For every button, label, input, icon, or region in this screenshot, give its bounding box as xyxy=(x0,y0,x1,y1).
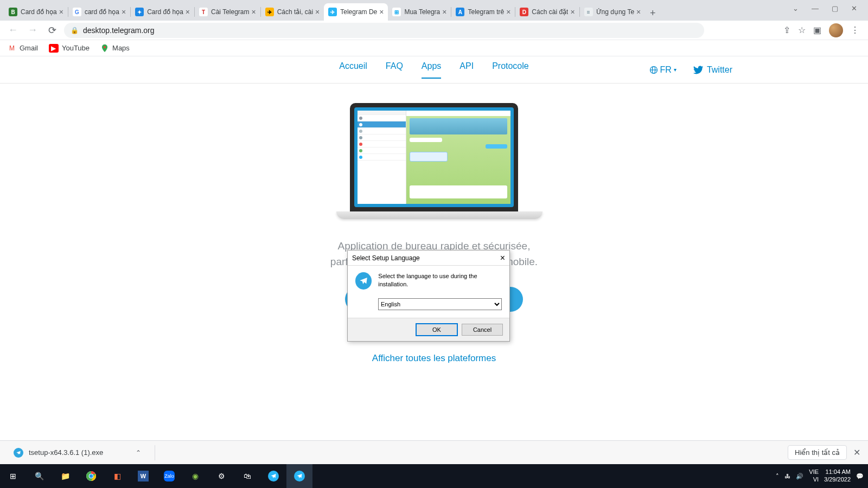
word-icon: W xyxy=(138,471,149,481)
tab-close-icon[interactable]: × xyxy=(442,8,446,16)
telegram-icon xyxy=(294,471,305,481)
app-button-2[interactable]: ◉ xyxy=(182,464,208,488)
twitter-link[interactable]: Twitter xyxy=(693,65,732,75)
divider xyxy=(155,445,155,460)
browser-tab[interactable]: Gcard đồ họa× xyxy=(68,3,130,21)
close-shelf-icon[interactable]: ✕ xyxy=(853,447,860,458)
bookmark-gmail[interactable]: M Gmail xyxy=(8,44,38,53)
browser-tab[interactable]: ≡Ứng dụng Te× xyxy=(580,3,646,21)
platforms-link[interactable]: Afficher toutes les plateformes xyxy=(0,353,868,364)
browser-tab[interactable]: BCard đồ họa× xyxy=(4,3,68,21)
browser-tab[interactable]: ✈Telegram De× xyxy=(324,3,388,21)
window-maximize-icon[interactable]: ▢ xyxy=(832,4,838,12)
zalo-icon: Zalo xyxy=(164,471,175,481)
store-icon: 🛍 xyxy=(241,470,253,482)
system-tray[interactable]: ˄ 🖧 🔊 VIE VI 11:04 AM 3/29/2022 💬 xyxy=(776,468,868,484)
cancel-button[interactable]: Cancel xyxy=(462,324,503,336)
start-button[interactable]: ⊞ xyxy=(0,464,26,488)
tab-close-icon[interactable]: × xyxy=(379,8,384,16)
settings-button[interactable]: ⚙ xyxy=(208,464,234,488)
favicon: T xyxy=(199,8,208,16)
tab-title: Card đồ họa xyxy=(21,8,57,16)
forward-button[interactable]: → xyxy=(25,23,40,38)
nav-apps[interactable]: Apps xyxy=(422,61,441,79)
tab-close-icon[interactable]: × xyxy=(506,8,510,16)
favicon: ≡ xyxy=(584,8,593,16)
ok-button[interactable]: OK xyxy=(416,324,457,336)
language-switcher[interactable]: FR ▾ xyxy=(649,65,676,75)
tab-close-icon[interactable]: × xyxy=(636,8,641,16)
app-icon: ◧ xyxy=(111,470,123,482)
download-item[interactable]: tsetup-x64.3.6.1 (1).exe ⌃ xyxy=(8,445,147,460)
tab-close-icon[interactable]: × xyxy=(59,8,63,16)
notifications-icon[interactable]: 💬 xyxy=(856,473,864,480)
chrome-menu-icon[interactable]: ⋮ xyxy=(851,25,859,35)
browser-tab[interactable]: ATelegram trê× xyxy=(451,3,515,21)
ime-indicator[interactable]: VIE VI xyxy=(809,468,819,484)
browser-tab[interactable]: TCài Telegram× xyxy=(195,3,260,21)
tab-close-icon[interactable]: × xyxy=(570,8,575,16)
chevron-down-icon: ▾ xyxy=(674,67,676,73)
clock[interactable]: 11:04 AM 3/29/2022 xyxy=(824,468,851,484)
browser-tab[interactable]: ✦Card đồ họa× xyxy=(131,3,194,21)
reload-button[interactable]: ⟳ xyxy=(44,23,60,38)
favicon: B xyxy=(9,8,17,16)
language-select[interactable]: English xyxy=(378,298,502,310)
favicon: D xyxy=(520,8,528,16)
page-content: Accueil FAQ Apps API Protocole FR ▾ Twit… xyxy=(0,56,868,440)
browser-tab[interactable]: ⊞Mua Telegra× xyxy=(388,3,451,21)
browser-tab[interactable]: DCách cài đặt× xyxy=(515,3,579,21)
chevron-up-icon[interactable]: ⌃ xyxy=(136,449,141,457)
tab-title: Ứng dụng Te xyxy=(596,8,635,16)
browser-tab[interactable]: ✈Cách tải, cài× xyxy=(261,3,324,21)
tab-title: Mua Telegra xyxy=(404,8,440,16)
bookmark-maps[interactable]: Maps xyxy=(100,44,130,53)
tab-close-icon[interactable]: × xyxy=(186,8,190,16)
word-button[interactable]: W xyxy=(130,464,156,488)
network-icon[interactable]: 🖧 xyxy=(784,473,790,479)
explorer-button[interactable]: 📁 xyxy=(52,464,78,488)
nav-protocole[interactable]: Protocole xyxy=(492,61,529,79)
twitter-icon xyxy=(693,65,704,75)
window-dropdown-icon[interactable]: ⌄ xyxy=(793,4,799,12)
nav-accueil[interactable]: Accueil xyxy=(339,61,367,79)
lang-label: FR xyxy=(660,65,672,75)
tray-chevron-icon[interactable]: ˄ xyxy=(776,473,779,480)
show-all-downloads-button[interactable]: Hiển thị tất cả xyxy=(788,445,847,460)
telegram-button-2[interactable] xyxy=(286,464,312,488)
app-button-1[interactable]: ◧ xyxy=(104,464,130,488)
tab-close-icon[interactable]: × xyxy=(252,8,256,16)
dialog-close-icon[interactable]: × xyxy=(500,253,505,263)
sidepanel-icon[interactable]: ▣ xyxy=(813,25,821,35)
bookmark-star-icon[interactable]: ☆ xyxy=(798,25,806,35)
dialog-titlebar[interactable]: Select Setup Language × xyxy=(348,251,509,266)
download-shelf: tsetup-x64.3.6.1 (1).exe ⌃ Hiển thị tất … xyxy=(0,440,868,464)
tab-title: Cách tải, cài xyxy=(277,8,313,16)
search-button[interactable]: 🔍 xyxy=(26,464,52,488)
window-minimize-icon[interactable]: — xyxy=(812,4,819,12)
back-button[interactable]: ← xyxy=(5,23,21,38)
profile-avatar[interactable] xyxy=(829,23,843,37)
new-tab-button[interactable]: + xyxy=(645,5,660,21)
bookmarks-bar: M Gmail ▶ YouTube Maps xyxy=(0,40,868,56)
telegram-file-icon xyxy=(14,448,23,458)
bookmark-youtube[interactable]: ▶ YouTube xyxy=(49,44,90,53)
site-nav: Accueil FAQ Apps API Protocole FR ▾ Twit… xyxy=(0,56,868,84)
tab-title: Telegram De xyxy=(340,8,377,16)
nav-api[interactable]: API xyxy=(459,61,474,79)
store-button[interactable]: 🛍 xyxy=(234,464,260,488)
tab-close-icon[interactable]: × xyxy=(122,8,126,16)
omnibox[interactable]: 🔒 desktop.telegram.org xyxy=(64,23,704,38)
share-icon[interactable]: ⇪ xyxy=(783,25,790,35)
telegram-icon xyxy=(355,272,372,290)
window-close-icon[interactable]: ✕ xyxy=(851,4,857,12)
volume-icon[interactable]: 🔊 xyxy=(796,473,803,480)
tab-title: card đồ họa xyxy=(85,8,119,16)
zalo-button[interactable]: Zalo xyxy=(156,464,182,488)
chrome-button[interactable] xyxy=(78,464,104,488)
telegram-button-1[interactable] xyxy=(260,464,286,488)
tab-title: Cách cài đặt xyxy=(532,8,568,16)
nav-faq[interactable]: FAQ xyxy=(386,61,403,79)
setup-language-dialog: Select Setup Language × Select the langu… xyxy=(347,250,510,342)
tab-close-icon[interactable]: × xyxy=(315,8,320,16)
